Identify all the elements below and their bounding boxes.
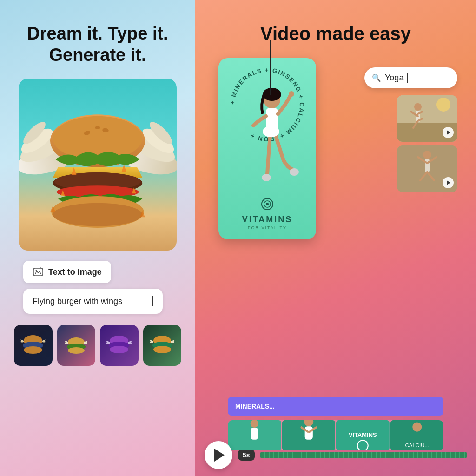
svg-point-12: [95, 126, 100, 129]
right-panel: Video made easy + MINERALS + GINSENG + C…: [195, 0, 476, 476]
vitamins-sub-text: FOR VITALITY: [242, 225, 293, 230]
timeline-track-area: MINERALS...: [209, 397, 462, 416]
svg-point-17: [53, 203, 143, 226]
yoga-thumbnails: [397, 95, 457, 192]
left-panel: Dream it. Type it.Generate it.: [0, 0, 195, 476]
play-button-large[interactable]: [205, 441, 232, 469]
thumbnail-2[interactable]: [57, 325, 96, 366]
video-content-area: + MINERALS + GINSENG + CALCIUM + IRON +: [209, 58, 462, 467]
text-to-image-label: Text to image: [48, 267, 102, 277]
svg-rect-62: [304, 426, 312, 440]
svg-point-31: [68, 347, 85, 354]
right-headline: Video made easy: [260, 23, 411, 44]
svg-point-28: [24, 346, 42, 354]
green-track-pattern: [260, 452, 467, 458]
minerals-label: MINERALS...: [235, 403, 275, 410]
svg-point-51: [436, 98, 450, 112]
svg-point-37: [153, 346, 171, 353]
text-to-image-icon: [33, 266, 44, 278]
svg-rect-24: [33, 268, 43, 276]
text-to-image-button[interactable]: Text to image: [23, 261, 111, 283]
search-icon: 🔍: [372, 73, 381, 82]
svg-point-40: [263, 88, 281, 101]
burger-illustration: [19, 79, 177, 251]
prompt-input-box[interactable]: Flying burger with wings: [23, 289, 163, 314]
svg-point-42: [289, 91, 294, 97]
thumbnail-1[interactable]: [14, 325, 53, 366]
play-icon-large: [214, 449, 225, 462]
search-bar[interactable]: 🔍 Yoga: [364, 67, 457, 88]
minerals-track[interactable]: MINERALS...: [228, 397, 443, 416]
play-overlay-2[interactable]: [443, 177, 454, 188]
green-track: [260, 452, 467, 458]
vitamins-logo-icon: [260, 197, 274, 211]
duration-badge: 5s: [238, 450, 255, 461]
cursor-bar: [152, 296, 153, 306]
vitamins-card: + MINERALS + GINSENG + CALCIUM + IRON +: [218, 58, 316, 239]
svg-rect-56: [425, 159, 430, 172]
vitamins-logo-area: VITAMINS FOR VITALITY: [242, 197, 293, 230]
thumbnail-3[interactable]: [100, 325, 139, 366]
search-yoga-text: Yoga: [385, 73, 403, 83]
svg-point-48: [266, 203, 269, 205]
svg-point-44: [262, 174, 271, 181]
prompt-text: Flying burger with wings: [33, 297, 152, 306]
svg-text:VITAMINS: VITAMINS: [349, 431, 377, 438]
vitamins-brand-text: VITAMINS: [242, 215, 293, 225]
svg-point-45: [263, 126, 279, 137]
svg-point-55: [423, 151, 431, 159]
play-icon-2: [447, 180, 450, 185]
svg-point-34: [110, 346, 128, 353]
svg-point-43: [290, 168, 299, 176]
search-cursor: [407, 73, 408, 83]
burger-image-container: [19, 79, 177, 251]
dancer-figure: [218, 72, 316, 207]
svg-point-67: [412, 423, 422, 432]
yoga-thumb-2[interactable]: [397, 145, 457, 192]
svg-point-9: [53, 116, 143, 160]
thumbnail-row: [14, 325, 181, 366]
bottom-controls: 5s: [205, 441, 467, 469]
timeline-scrubber: [270, 40, 271, 95]
yoga-thumb-1[interactable]: [397, 95, 457, 142]
play-overlay-1[interactable]: [443, 127, 454, 138]
svg-rect-59: [251, 428, 258, 440]
left-headline: Dream it. Type it.Generate it.: [27, 23, 168, 66]
play-icon-1: [447, 130, 450, 135]
thumbnail-4[interactable]: [143, 325, 182, 366]
svg-point-25: [36, 270, 37, 271]
svg-point-52: [414, 103, 422, 111]
